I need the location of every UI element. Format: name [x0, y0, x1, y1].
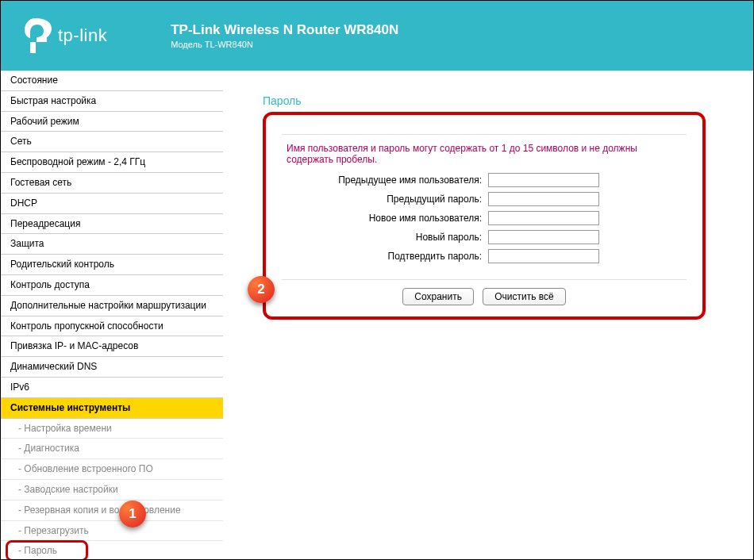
sidebar-item-label: Заводские настройки — [24, 484, 117, 495]
sidebar-item-6[interactable]: DHCP — [1, 194, 223, 214]
sidebar-item-20[interactable]: - Заводские настройки — [1, 480, 223, 501]
sidebar-item-label: Родительский контроль — [10, 259, 114, 270]
sidebar-item-19[interactable]: - Обновление встроенного ПО — [1, 459, 223, 480]
sidebar-item-label: Резервная копия и восстановление — [24, 504, 180, 516]
sidebar-item-10[interactable]: Контроль доступа — [1, 275, 223, 296]
brand-name: tp-link — [58, 25, 107, 46]
sidebar-item-15[interactable]: IPv6 — [1, 378, 223, 398]
input-prev-user[interactable] — [488, 173, 599, 187]
sidebar-item-1[interactable]: Быстрая настройка — [1, 91, 223, 112]
sidebar-item-13[interactable]: Привязка IP- и MAC-адресов — [1, 336, 223, 357]
label-new-pass: Новый пароль: — [282, 232, 488, 243]
sidebar-item-label: Системные инструменты — [10, 402, 130, 413]
sidebar-item-23[interactable]: - Пароль — [1, 541, 223, 559]
sidebar-item-label: Сеть — [10, 136, 32, 147]
input-new-user[interactable] — [488, 211, 599, 225]
password-panel: Имя пользователя и пароль могут содержат… — [263, 112, 706, 320]
header-title-block: TP-Link Wireless N Router WR840N Модель … — [171, 22, 398, 49]
sidebar-item-label: Рабочий режим — [10, 116, 79, 127]
sidebar-item-12[interactable]: Контроль пропускной способности — [1, 316, 223, 337]
sidebar-item-14[interactable]: Динамический DNS — [1, 357, 223, 378]
product-title: TP-Link Wireless N Router WR840N — [171, 22, 398, 38]
sidebar-item-label: Обновление встроенного ПО — [24, 463, 152, 474]
sidebar-item-label: Динамический DNS — [10, 361, 97, 372]
sidebar-item-4[interactable]: Беспроводной режим - 2,4 ГГц — [1, 152, 223, 173]
section-title: Пароль — [263, 94, 706, 112]
sidebar-item-label: Настройка времени — [24, 423, 111, 434]
input-new-pass[interactable] — [488, 230, 599, 244]
sidebar-item-16[interactable]: Системные инструменты — [1, 398, 223, 419]
sidebar-item-label: Быстрая настройка — [10, 95, 96, 106]
sidebar-item-label: Переадресация — [10, 218, 80, 229]
sidebar-item-label: Дополнительные настройки маршрутизации — [10, 300, 206, 311]
sidebar-item-3[interactable]: Сеть — [1, 132, 223, 152]
annotation-marker-1: 1 — [119, 501, 146, 527]
divider — [282, 134, 687, 135]
sidebar-item-11[interactable]: Дополнительные настройки маршрутизации — [1, 296, 223, 316]
sidebar-item-22[interactable]: - Перезагрузить — [1, 521, 223, 542]
tplink-logo-icon — [25, 18, 52, 53]
sidebar-nav: СостояниеБыстрая настройкаРабочий режимС… — [1, 71, 223, 559]
label-new-user: Новое имя пользователя: — [282, 213, 488, 224]
input-prev-pass[interactable] — [488, 192, 599, 206]
sidebar-item-label: Контроль доступа — [10, 279, 90, 290]
sidebar-item-17[interactable]: - Настройка времени — [1, 419, 223, 439]
input-confirm-pass[interactable] — [488, 249, 599, 263]
sidebar-item-label: DHCP — [10, 198, 37, 209]
save-button[interactable]: Сохранить — [402, 288, 474, 305]
sidebar-item-label: IPv6 — [10, 382, 29, 393]
sidebar-item-8[interactable]: Защита — [1, 234, 223, 255]
sidebar-item-18[interactable]: - Диагностика — [1, 439, 223, 459]
label-confirm-pass: Подтвердить пароль: — [282, 251, 488, 262]
sidebar-item-5[interactable]: Гостевая сеть — [1, 173, 223, 194]
sidebar-item-7[interactable]: Переадресация — [1, 214, 223, 235]
brand-logo: tp-link — [25, 18, 107, 53]
label-prev-pass: Предыдущий пароль: — [282, 194, 488, 205]
sidebar-item-label: Беспроводной режим - 2,4 ГГц — [10, 156, 145, 167]
product-subtitle: Модель TL-WR840N — [171, 40, 398, 49]
sidebar-item-21[interactable]: - Резервная копия и восстановление — [1, 501, 223, 521]
sidebar-item-label: Гостевая сеть — [10, 177, 71, 188]
sidebar-item-label: Привязка IP- и MAC-адресов — [10, 340, 138, 351]
sidebar-item-label: Контроль пропускной способности — [10, 320, 163, 332]
sidebar-item-label: Защита — [10, 238, 44, 249]
panel-hint: Имя пользователя и пароль могут содержат… — [282, 143, 687, 165]
sidebar-item-label: Диагностика — [24, 443, 79, 454]
page-header: tp-link TP-Link Wireless N Router WR840N… — [1, 1, 753, 71]
sidebar-item-label: Состояние — [10, 75, 58, 86]
sidebar-item-9[interactable]: Родительский контроль — [1, 255, 223, 275]
sidebar-item-label: Перезагрузить — [24, 525, 88, 536]
sidebar-item-0[interactable]: Состояние — [1, 71, 223, 91]
clear-button[interactable]: Очистить всё — [483, 288, 565, 305]
divider — [282, 279, 687, 280]
main-content: Пароль Имя пользователя и пароль могут с… — [223, 71, 753, 559]
annotation-marker-2: 2 — [248, 276, 275, 303]
sidebar-item-label: Пароль — [24, 545, 57, 556]
sidebar-item-2[interactable]: Рабочий режим — [1, 112, 223, 132]
label-prev-user: Предыдущее имя пользователя: — [282, 175, 488, 186]
